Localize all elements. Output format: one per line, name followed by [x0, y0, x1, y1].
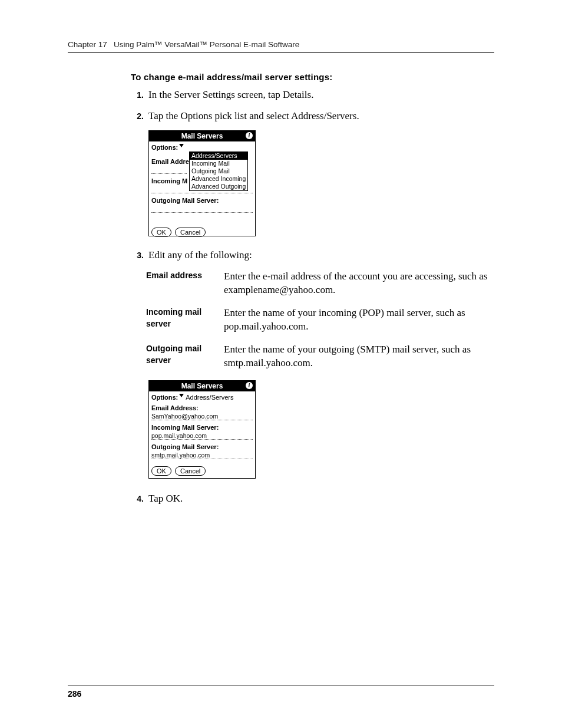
options-picklist[interactable]: Options:	[151, 144, 253, 151]
info-icon[interactable]: i	[246, 382, 253, 389]
outgoing-server-label: Outgoing Mail Server:	[151, 443, 253, 450]
options-picklist[interactable]: Options: Address/Servers	[151, 394, 253, 401]
table-row: Outgoing mail server Enter the name of y…	[146, 342, 500, 370]
row-desc: Enter the e-mail address of the account …	[224, 269, 500, 297]
incoming-label-partial: Incoming M	[151, 177, 187, 185]
screenshot-options-popup: Mail Servers i Options: Address/Servers …	[148, 130, 499, 236]
page-footer: 286	[68, 686, 494, 699]
email-address-label: Email Address:	[151, 404, 253, 411]
window-title: Mail Servers i	[149, 381, 255, 391]
palm-window: Mail Servers i Options: Address/Servers …	[148, 380, 256, 479]
popup-item[interactable]: Outgoing Mail	[190, 167, 247, 175]
step-text: In the Server Settings screen, tap Detai…	[148, 88, 313, 102]
step-number: 4.	[131, 492, 148, 506]
page-number: 286	[68, 689, 81, 699]
step-number: 3.	[131, 248, 148, 262]
chapter-title: Using Palm™ VersaMail™ Personal E-mail S…	[114, 40, 299, 49]
step-number: 1.	[131, 88, 148, 102]
outgoing-server-input[interactable]: smtp.mail.yahoo.com	[151, 452, 253, 459]
row-desc: Enter the name of your outgoing (SMTP) m…	[224, 342, 500, 370]
cancel-button[interactable]: Cancel	[175, 228, 206, 237]
table-row: Incoming mail server Enter the name of y…	[146, 306, 500, 333]
settings-table: Email address Enter the e-mail address o…	[146, 269, 500, 370]
step-text: Edit any of the following:	[148, 248, 252, 262]
dropdown-arrow-icon	[179, 394, 184, 397]
step-text: Tap the Options pick list and select Add…	[148, 109, 359, 123]
title-text: Mail Servers	[181, 382, 223, 390]
title-text: Mail Servers	[181, 132, 223, 140]
cancel-button[interactable]: Cancel	[175, 466, 206, 476]
popup-item[interactable]: Advanced Outgoing	[190, 183, 247, 190]
dropdown-arrow-icon	[179, 144, 184, 147]
step-3: 3. Edit any of the following:	[131, 248, 499, 262]
window-title: Mail Servers i	[149, 131, 255, 141]
popup-item[interactable]: Advanced Incoming	[190, 175, 247, 183]
incoming-server-label: Incoming Mail Server:	[151, 424, 253, 431]
palm-window: Mail Servers i Options: Address/Servers …	[148, 130, 256, 236]
email-address-input[interactable]: SamYahoo@yahoo.com	[151, 413, 253, 420]
options-label: Options:	[151, 394, 179, 401]
row-label: Incoming mail server	[146, 306, 224, 333]
info-icon[interactable]: i	[246, 132, 253, 139]
step-number: 2.	[131, 109, 148, 123]
email-address-input[interactable]	[151, 166, 187, 174]
ok-button[interactable]: OK	[151, 466, 171, 476]
email-address-label-partial: Email Addre	[151, 158, 189, 165]
popup-item[interactable]: Incoming Mail	[190, 160, 247, 167]
step-4: 4. Tap OK.	[131, 492, 499, 506]
section-heading: To change e-mail address/mail server set…	[131, 72, 499, 82]
step-1: 1. In the Server Settings screen, tap De…	[131, 88, 499, 102]
ok-button[interactable]: OK	[151, 228, 171, 237]
incoming-server-input[interactable]: pop.mail.yahoo.com	[151, 432, 253, 440]
row-label: Outgoing mail server	[146, 342, 224, 370]
row-label: Email address	[146, 269, 224, 297]
step-2: 2. Tap the Options pick list and select …	[131, 109, 499, 123]
options-selected-value: Address/Servers	[186, 394, 233, 401]
options-popup: Address/Servers Incoming Mail Outgoing M…	[189, 151, 248, 191]
outgoing-server-label: Outgoing Mail Server:	[151, 197, 253, 204]
chapter-label: Chapter 17	[68, 40, 107, 49]
options-label: Options:	[151, 144, 179, 151]
row-desc: Enter the name of your incoming (POP) ma…	[224, 306, 500, 333]
outgoing-server-input[interactable]	[151, 205, 253, 213]
table-row: Email address Enter the e-mail address o…	[146, 269, 500, 297]
step-text: Tap OK.	[148, 492, 183, 506]
popup-item[interactable]: Address/Servers	[190, 152, 247, 160]
running-header: Chapter 17 Using Palm™ VersaMail™ Person…	[68, 40, 494, 53]
page-content: To change e-mail address/mail server set…	[131, 72, 499, 513]
screenshot-filled-form: Mail Servers i Options: Address/Servers …	[148, 380, 499, 479]
